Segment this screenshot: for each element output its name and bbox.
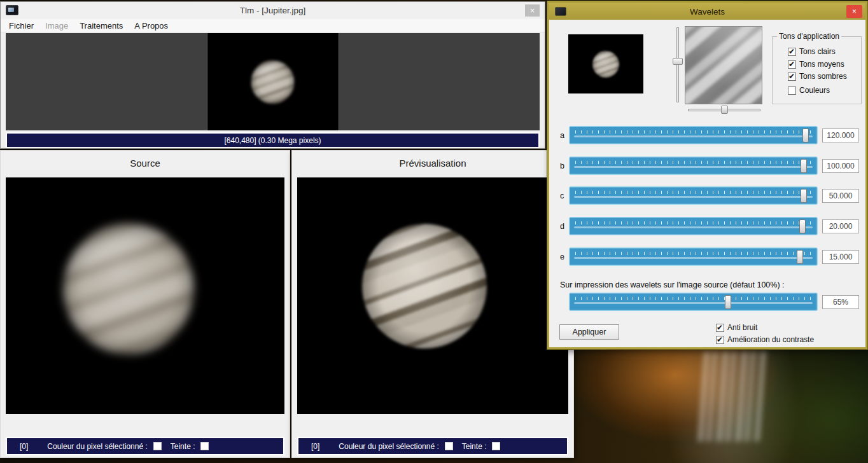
tones-group-title: Tons d'application (777, 32, 841, 41)
slider-e-value[interactable]: 15.000 (822, 250, 859, 264)
menu-a-propos[interactable]: A Propos (129, 19, 174, 33)
pixel-index: [0] (311, 442, 319, 451)
slider-e-thumb[interactable] (797, 250, 803, 264)
slider-c-label: c (560, 191, 564, 200)
slider-d-thumb[interactable] (799, 219, 806, 233)
preview-pixel-bar: [0] Couleur du pixel sélectionné : Teint… (297, 437, 568, 455)
menu-fichier[interactable]: Fichier (3, 19, 39, 33)
wavelet-layer-preview (685, 26, 762, 104)
anti-bruit-label: Anti bruit (727, 323, 757, 332)
anti-bruit-checkbox[interactable] (716, 324, 724, 332)
waterfall-image (698, 351, 766, 441)
pixel-index: [0] (20, 442, 28, 451)
close-icon[interactable]: × (525, 4, 540, 17)
jupiter-source-image (63, 223, 194, 354)
menubar: Fichier Image Traitements A Propos (1, 19, 545, 33)
tons-moyens-checkbox[interactable] (788, 60, 796, 69)
close-icon[interactable]: × (846, 5, 862, 18)
main-image-canvas[interactable] (207, 33, 338, 130)
preview-panel-title: Prévisualisation (292, 151, 573, 177)
wavelet-layer-texture (685, 26, 762, 104)
checkbox-row-tons-clairs[interactable]: Tons clairs (788, 47, 836, 56)
overlay-slider-track[interactable] (569, 293, 818, 311)
tons-sombres-label: Tons sombres (799, 72, 847, 81)
pixel-color-label: Couleur du pixel sélectionné : (339, 442, 438, 451)
image-dimensions-text: [640,480] (0.30 Mega pixels) (224, 136, 321, 145)
hue-label: Teinte : (462, 442, 487, 451)
amelioration-contraste-checkbox[interactable] (716, 336, 724, 344)
slider-row-c: c 50.000 (549, 186, 865, 205)
slider-b-track[interactable] (569, 156, 818, 175)
overlay-slider-value[interactable]: 65% (822, 295, 859, 309)
pixel-color-swatch (153, 442, 162, 450)
menu-image[interactable]: Image (39, 19, 74, 33)
slider-d-track[interactable] (569, 217, 818, 235)
hue-swatch (200, 442, 209, 450)
hue-swatch (492, 442, 500, 450)
tons-moyens-label: Tons moyens (799, 60, 844, 69)
slider-row-overlay: 65% (549, 293, 865, 312)
zoom-vertical-slider[interactable] (673, 26, 683, 104)
hue-label: Teinte : (171, 442, 195, 451)
main-status-bar: [640,480] (0.30 Mega pixels) (6, 132, 540, 148)
tones-groupbox: Tons d'application Tons clairs Tons moye… (772, 36, 862, 104)
slider-row-a: a 120.000 (549, 126, 865, 145)
slider-b-thumb[interactable] (801, 159, 807, 173)
preview-window: Prévisualisation [0] Couleur du pixel sé… (291, 150, 574, 458)
slider-a-label: a (560, 131, 564, 140)
slider-c-thumb[interactable] (801, 189, 807, 203)
slider-row-d: d 20.000 (549, 217, 865, 236)
apply-button[interactable]: Appliquer (559, 324, 619, 340)
overlay-strength-label: Sur impression des wavelets sur l'image … (560, 280, 785, 289)
preview-canvas[interactable] (297, 177, 568, 414)
slider-b-value[interactable]: 100.000 (822, 159, 859, 173)
wavelets-window: Wavelets × Tons d'application Tons clair… (547, 1, 867, 349)
slider-d-value[interactable]: 20.000 (822, 219, 859, 233)
main-window-title: Tlm - [Jupiter.jpg] (240, 6, 306, 15)
slider-b-label: b (560, 162, 564, 170)
slider-a-thumb[interactable] (802, 128, 809, 142)
tons-sombres-checkbox[interactable] (788, 73, 796, 81)
source-window: Source [0] Couleur du pixel sélectionné … (0, 150, 290, 458)
checkbox-row-amelioration-contraste[interactable]: Amélioration du contraste (716, 335, 814, 344)
jupiter-thumbnail-image (592, 51, 619, 78)
source-pixel-bar: [0] Couleur du pixel sélectionné : Teint… (6, 437, 284, 455)
couleurs-label: Couleurs (799, 86, 830, 95)
horizontal-slider-thumb[interactable] (721, 106, 728, 114)
main-image-area (6, 33, 540, 130)
source-panel-title: Source (1, 151, 290, 177)
slider-a-track[interactable] (569, 126, 818, 144)
slider-e-track[interactable] (569, 247, 818, 266)
pixel-color-swatch (445, 442, 453, 450)
slider-c-value[interactable]: 50.000 (822, 189, 859, 203)
amelioration-contraste-label: Amélioration du contraste (727, 335, 814, 344)
checkbox-row-anti-bruit[interactable]: Anti bruit (716, 323, 757, 332)
slider-a-value[interactable]: 120.000 (822, 128, 859, 142)
wavelets-titlebar[interactable]: Wavelets × (549, 3, 865, 20)
tons-clairs-checkbox[interactable] (788, 48, 796, 56)
wavelets-thumbnail (568, 34, 643, 93)
checkbox-row-tons-moyens[interactable]: Tons moyens (788, 60, 844, 69)
pan-horizontal-slider[interactable] (687, 105, 762, 114)
slider-c-track[interactable] (569, 186, 818, 205)
slider-row-e: e 15.000 (549, 247, 865, 266)
checkbox-row-tons-sombres[interactable]: Tons sombres (788, 72, 847, 81)
source-canvas[interactable] (6, 177, 284, 414)
overlay-slider-thumb[interactable] (725, 295, 731, 309)
pixel-color-label: Couleur du pixel sélectionné : (47, 442, 147, 451)
app-icon (555, 7, 566, 16)
tons-clairs-label: Tons clairs (799, 47, 836, 56)
slider-row-b: b 100.000 (549, 156, 865, 176)
slider-e-label: e (560, 252, 564, 261)
main-window: Tlm - [Jupiter.jpg] × Fichier Image Trai… (0, 1, 545, 149)
checkbox-row-couleurs[interactable]: Couleurs (788, 86, 830, 95)
main-titlebar[interactable]: Tlm - [Jupiter.jpg] × (1, 2, 545, 19)
couleurs-checkbox[interactable] (788, 86, 796, 95)
jupiter-preview-image (362, 224, 487, 349)
vertical-slider-thumb[interactable] (673, 58, 683, 65)
menu-traitements[interactable]: Traitements (74, 19, 129, 33)
jupiter-image-small (251, 60, 295, 104)
slider-d-label: d (560, 222, 564, 231)
app-icon (6, 5, 18, 15)
wavelets-title: Wavelets (690, 7, 725, 17)
